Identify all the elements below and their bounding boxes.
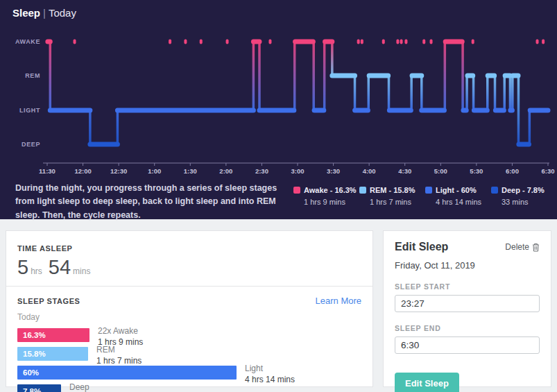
time-asleep-section: TIME ASLEEP 5 hrs 54 mins: [6, 231, 372, 286]
legend-duration: 1 hrs 7 mins: [370, 198, 425, 206]
x-axis-tick-label: 6:00: [506, 167, 519, 175]
legend-duration: 1 hrs 9 mins: [304, 198, 359, 206]
x-axis-tick-label: 12:00: [74, 167, 91, 175]
learn-more-link[interactable]: Learn More: [316, 296, 361, 306]
stage-label-rem: REM: [25, 72, 40, 79]
delete-label: Delete: [505, 242, 529, 252]
time-asleep-hours-unit: hrs: [31, 266, 42, 276]
edit-sleep-button[interactable]: Edit Sleep: [395, 373, 459, 392]
legend-swatch: [491, 187, 498, 194]
stage-bar-pct: 60%: [17, 368, 39, 377]
stage-bar-row: 15.8%REM1 hrs 7 mins: [17, 347, 361, 361]
x-axis-tick-label: 3:00: [291, 167, 304, 175]
time-asleep-minutes: 54: [49, 256, 71, 279]
legend-item: Awake - 16.3%1 hrs 9 mins: [293, 186, 359, 206]
x-axis-tick-label: 4:30: [398, 167, 411, 175]
sleep-end-input[interactable]: [395, 336, 540, 354]
x-axis-tick-label: 2:30: [255, 167, 268, 175]
stage-bar-row: 16.3%22x Awake1 hrs 9 mins: [17, 328, 361, 342]
time-asleep-hours: 5: [17, 256, 28, 279]
legend-swatch: [359, 187, 366, 194]
stage-label-awake: AWAKE: [15, 38, 40, 45]
stage-bar--x-awake: 16.3%: [17, 328, 89, 342]
sleep-stage-bars: 16.3%22x Awake1 hrs 9 mins15.8%REM1 hrs …: [17, 328, 361, 392]
legend-duration: 4 hrs 14 mins: [436, 198, 491, 206]
stage-bar-duration: 1 hrs 7 mins: [96, 356, 142, 367]
sleep-start-label: SLEEP START: [395, 282, 540, 291]
x-axis-tick-label: 5:30: [470, 167, 483, 175]
sleep-stages-heading: SLEEP STAGES: [17, 297, 80, 305]
time-asleep-heading: TIME ASLEEP: [17, 244, 361, 253]
legend-label: REM - 15.8%: [370, 186, 415, 194]
sleep-chart-panel: Sleep|Today AWAKEREMLIGHTDEEP11:3012:001…: [0, 0, 557, 219]
sleep-stages-hypnogram: AWAKEREMLIGHTDEEP11:3012:0012:301:001:30…: [0, 0, 557, 179]
legend-item: Light - 60%4 hrs 14 mins: [425, 186, 491, 206]
sleep-summary-card: TIME ASLEEP 5 hrs 54 mins SLEEP STAGES L…: [6, 230, 373, 387]
sleep-end-label: SLEEP END: [395, 324, 540, 332]
stage-bar-name: 22x Awake: [98, 326, 143, 337]
stage-bar-row: 60%Light4 hrs 14 mins: [17, 366, 361, 380]
stage-bar-pct: 16.3%: [17, 331, 46, 339]
edit-sleep-card: Edit Sleep Delete Friday, Oct 11, 2019 S…: [383, 230, 551, 387]
x-axis-tick-label: 2:00: [219, 167, 232, 175]
summary-section: TIME ASLEEP 5 hrs 54 mins SLEEP STAGES L…: [0, 219, 557, 392]
legend-duration: 33 mins: [502, 198, 557, 206]
legend-label: Light - 60%: [436, 186, 477, 194]
sleep-description: During the night, you progress through a…: [15, 182, 287, 222]
stages-period-label: Today: [17, 312, 361, 322]
stage-bar-label: Light4 hrs 14 mins: [245, 364, 295, 385]
x-axis-tick-label: 5:00: [434, 167, 447, 175]
legend-item: Deep - 7.8%33 mins: [491, 186, 557, 206]
stage-bar-label: Deep33 mins: [69, 382, 98, 392]
time-asleep-value: 5 hrs 54 mins: [17, 256, 361, 279]
sleep-start-input[interactable]: [395, 295, 540, 312]
stage-bar-pct: 15.8%: [17, 350, 46, 358]
chart-legend: Awake - 16.3%1 hrs 9 minsREM - 15.8%1 hr…: [293, 186, 557, 206]
sleep-date: Friday, Oct 11, 2019: [395, 260, 540, 271]
trash-icon: [532, 243, 540, 252]
stage-label-light: LIGHT: [19, 107, 40, 114]
stage-bar-row: 7.8%Deep33 mins: [17, 384, 361, 392]
x-axis-tick-label: 6:30: [541, 167, 554, 175]
x-axis-tick-label: 1:00: [148, 167, 161, 175]
legend-label: Deep - 7.8%: [502, 186, 545, 194]
stage-bar-deep: 7.8%: [17, 384, 61, 392]
stage-bar-name: REM: [96, 345, 142, 356]
stage-bar-light: 60%: [17, 366, 237, 380]
stage-bar-duration: 4 hrs 14 mins: [245, 375, 295, 386]
edit-sleep-title: Edit Sleep: [395, 241, 448, 253]
stage-bar-rem: 15.8%: [17, 347, 88, 361]
x-axis-tick-label: 1:30: [184, 167, 197, 175]
stage-bar-pct: 7.8%: [17, 387, 41, 392]
stage-label-deep: DEEP: [22, 141, 40, 148]
delete-sleep-button[interactable]: Delete: [505, 242, 540, 252]
x-axis-tick-label: 3:30: [327, 167, 340, 175]
legend-swatch: [425, 187, 432, 194]
x-axis-tick-label: 4:00: [363, 167, 376, 175]
stage-bar-label: REM1 hrs 7 mins: [96, 345, 142, 366]
sleep-stages-section: SLEEP STAGES Learn More Today 16.3%22x A…: [6, 287, 372, 392]
legend-item: REM - 15.8%1 hrs 7 mins: [359, 186, 425, 206]
legend-label: Awake - 16.3%: [304, 186, 357, 194]
stage-bar-name: Light: [245, 364, 295, 375]
x-axis-tick-label: 11:30: [39, 167, 55, 175]
legend-swatch: [293, 187, 300, 194]
time-asleep-minutes-unit: mins: [73, 266, 90, 276]
stage-bar-name: Deep: [69, 382, 98, 392]
x-axis-tick-label: 12:30: [110, 167, 127, 175]
